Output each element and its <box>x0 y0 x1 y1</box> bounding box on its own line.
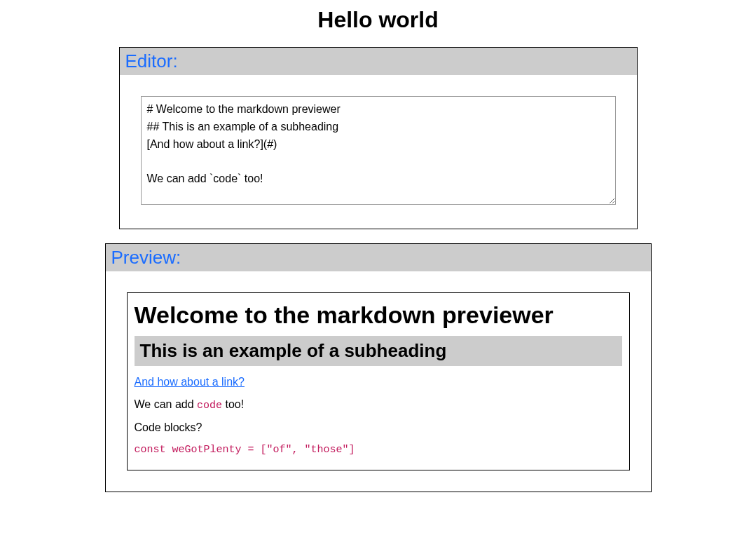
preview-content: Welcome to the markdown previewer This i… <box>127 292 630 470</box>
preview-link[interactable]: And how about a link? <box>135 376 245 388</box>
preview-p1-pre: We can add <box>135 398 198 410</box>
editor-body <box>120 75 637 229</box>
preview-inline-code: code <box>197 400 222 412</box>
preview-paragraph-code: We can add code too! <box>135 398 622 412</box>
preview-codeblock: const weGotPlenty = ["of", "those"] <box>135 444 622 456</box>
editor-header: Editor: <box>120 48 637 75</box>
page-title: Hello world <box>0 7 756 33</box>
preview-panel: Preview: Welcome to the markdown preview… <box>105 243 652 492</box>
preview-header-label: Preview: <box>111 247 645 269</box>
preview-p1-post: too! <box>222 398 244 410</box>
preview-body: Welcome to the markdown previewer This i… <box>106 271 651 492</box>
preview-h1: Welcome to the markdown previewer <box>135 302 622 329</box>
editor-input[interactable] <box>141 96 616 205</box>
preview-header: Preview: <box>106 244 651 271</box>
editor-header-label: Editor: <box>125 50 631 72</box>
preview-paragraph-2: Code blocks? <box>135 421 622 434</box>
editor-panel: Editor: <box>119 47 638 229</box>
preview-h2: This is an example of a subheading <box>135 336 622 366</box>
preview-codeblock-code: const weGotPlenty = ["of", "those"] <box>135 444 355 456</box>
